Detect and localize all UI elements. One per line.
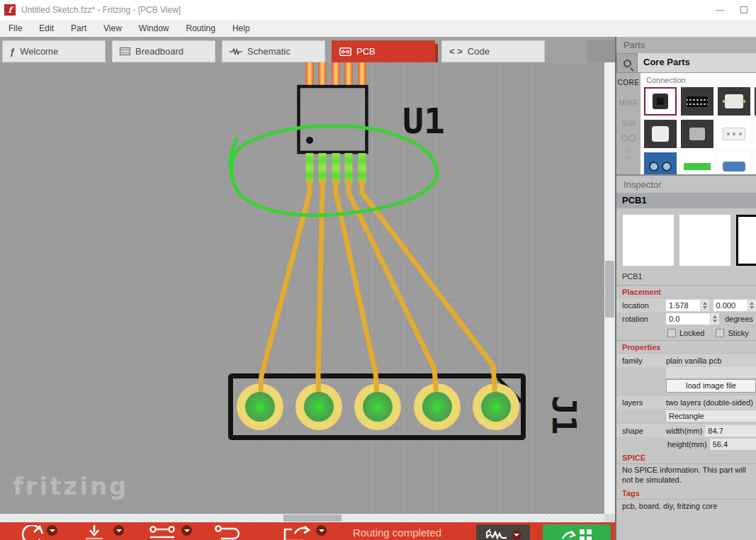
- tab-breadboard[interactable]: Breadboard: [112, 40, 215, 62]
- fritzing-f-icon: ƒ: [10, 46, 15, 57]
- layers-dropdown[interactable]: two layers (double-sided): [666, 398, 753, 407]
- tab-code[interactable]: < > Code: [441, 40, 545, 62]
- sticky-label: Sticky: [728, 329, 748, 337]
- horizontal-scrollbar[interactable]: [0, 514, 604, 522]
- part-tile-idc-header[interactable]: [681, 87, 713, 116]
- inspector-title: Inspector: [616, 176, 756, 193]
- goggles-icon: [621, 135, 636, 142]
- menu-window[interactable]: Window: [130, 20, 178, 37]
- menu-routing[interactable]: Routing: [178, 20, 224, 37]
- tab-welcome[interactable]: ƒ Welcome: [2, 40, 106, 62]
- part-tile-header-connector[interactable]: [644, 120, 677, 148]
- j1-label: J1: [545, 395, 583, 434]
- pcb-toolbar: Routing completed: [0, 522, 615, 540]
- image-file-field[interactable]: [666, 367, 756, 378]
- rotate-dropdown-icon[interactable]: [47, 525, 57, 536]
- pcb-canvas-area[interactable]: U1 J1 fritzing: [0, 62, 615, 522]
- align-icon[interactable]: [84, 525, 105, 540]
- part-tile-screw-terminal[interactable]: [644, 152, 677, 174]
- menu-help[interactable]: Help: [224, 20, 259, 37]
- shape-dropdown[interactable]: Rectangle: [666, 410, 756, 422]
- bin-tab-sim[interactable]: SIM: [621, 120, 635, 128]
- inspector-panel: Inspector PCB1 PCB1 Placement location 1…: [616, 174, 756, 540]
- schematic-icon: [230, 48, 242, 55]
- location-label: location: [622, 301, 666, 310]
- via-dropdown-icon[interactable]: [181, 525, 192, 536]
- family-label: family: [622, 356, 666, 365]
- scroll-down-icon[interactable]: [624, 157, 633, 166]
- thumbnail-pcb[interactable]: [736, 215, 756, 266]
- tab-pcb[interactable]: PCB: [332, 40, 435, 62]
- align-dropdown-icon[interactable]: [113, 525, 124, 536]
- locked-checkbox-box[interactable]: [667, 329, 676, 337]
- tags-header: Tags: [616, 487, 756, 499]
- part-tile-molex-connector[interactable]: [718, 87, 750, 116]
- pcb-canvas[interactable]: U1 J1: [0, 62, 604, 514]
- menu-file[interactable]: File: [0, 20, 30, 37]
- parts-section-label: Connection: [641, 73, 756, 87]
- fabricate-button[interactable]: [543, 524, 611, 540]
- export-dropdown-icon[interactable]: [316, 525, 327, 536]
- location-x-spinner[interactable]: [700, 300, 709, 311]
- thumbnail-breadboard[interactable]: [623, 215, 674, 266]
- location-y-spinner[interactable]: [747, 300, 756, 311]
- width-input[interactable]: 84.7: [705, 425, 756, 437]
- height-input[interactable]: 56.4: [710, 439, 756, 450]
- locked-checkbox[interactable]: Locked: [667, 329, 704, 337]
- vertical-scrollbar-thumb[interactable]: [605, 261, 614, 317]
- rotation-input[interactable]: 0.0: [666, 313, 710, 325]
- autoroute-button[interactable]: [476, 524, 530, 540]
- menu-edit[interactable]: Edit: [30, 20, 62, 37]
- rotate-icon[interactable]: [18, 525, 44, 540]
- export-icon[interactable]: [282, 525, 312, 540]
- location-y-input[interactable]: 0.000: [713, 300, 747, 311]
- spice-note: No SPICE information. This part will not…: [616, 463, 756, 487]
- part-tile-pin-header[interactable]: [681, 120, 713, 148]
- load-image-file-button[interactable]: load image file: [666, 379, 756, 393]
- parts-panel-title: Parts: [616, 37, 756, 53]
- via-icon[interactable]: [149, 525, 176, 540]
- pcb-icon: [339, 47, 351, 56]
- minimize-button[interactable]: —: [708, 1, 732, 19]
- window-title: Untitled Sketch.fzz* - Fritzing - [PCB V…: [21, 5, 181, 15]
- sticky-checkbox[interactable]: Sticky: [716, 329, 748, 337]
- right-panel: Parts Core Parts CORE MINE SIM Connecti: [615, 37, 756, 540]
- u1-bottom-pads[interactable]: [306, 153, 366, 183]
- maximize-button[interactable]: [732, 1, 756, 19]
- view-thumbnails: [616, 208, 756, 270]
- location-x-input[interactable]: 1.578: [666, 300, 700, 311]
- parts-search-button[interactable]: [616, 53, 638, 73]
- maximize-icon: [740, 6, 747, 13]
- locked-label: Locked: [679, 329, 704, 337]
- part-tile-terminal-block[interactable]: [718, 120, 750, 148]
- thumbnail-schematic[interactable]: [679, 215, 730, 266]
- rotation-spinner[interactable]: [710, 313, 719, 325]
- part-tile-blue-board[interactable]: [718, 152, 750, 174]
- properties-header: Properties: [616, 340, 756, 353]
- menu-part[interactable]: Part: [62, 20, 95, 37]
- tab-schematic[interactable]: Schematic: [222, 40, 325, 62]
- tab-breadboard-label: Breadboard: [135, 46, 184, 57]
- autoroute-icon[interactable]: [214, 525, 242, 540]
- tab-schematic-label: Schematic: [247, 46, 290, 57]
- sticky-checkbox-box[interactable]: [716, 329, 724, 337]
- autoroute-dropdown-icon[interactable]: [512, 531, 521, 540]
- bin-tab-core[interactable]: CORE: [618, 79, 640, 86]
- title-bar: f Untitled Sketch.fzz* - Fritzing - [PCB…: [0, 0, 756, 20]
- tab-code-label: Code: [468, 46, 490, 57]
- breadboard-icon: [120, 47, 130, 55]
- fritzing-watermark: fritzing: [13, 472, 128, 500]
- scroll-up-icon[interactable]: [624, 143, 633, 152]
- tab-welcome-label: Welcome: [20, 46, 58, 57]
- layers-label: layers: [622, 398, 666, 407]
- placement-header: Placement: [616, 285, 756, 298]
- tags-value: pcb, board, diy, fritzing core: [616, 499, 756, 512]
- part-tile-via[interactable]: [644, 87, 677, 116]
- bin-tab-mine[interactable]: MINE: [619, 99, 638, 107]
- u1-top-pins[interactable]: [306, 62, 366, 88]
- horizontal-scrollbar-thumb[interactable]: [283, 514, 342, 522]
- routing-status: Routing completed: [353, 527, 441, 539]
- menu-view[interactable]: View: [95, 20, 130, 37]
- part-tile-green-strip[interactable]: [681, 152, 713, 174]
- vertical-scrollbar[interactable]: [604, 62, 615, 514]
